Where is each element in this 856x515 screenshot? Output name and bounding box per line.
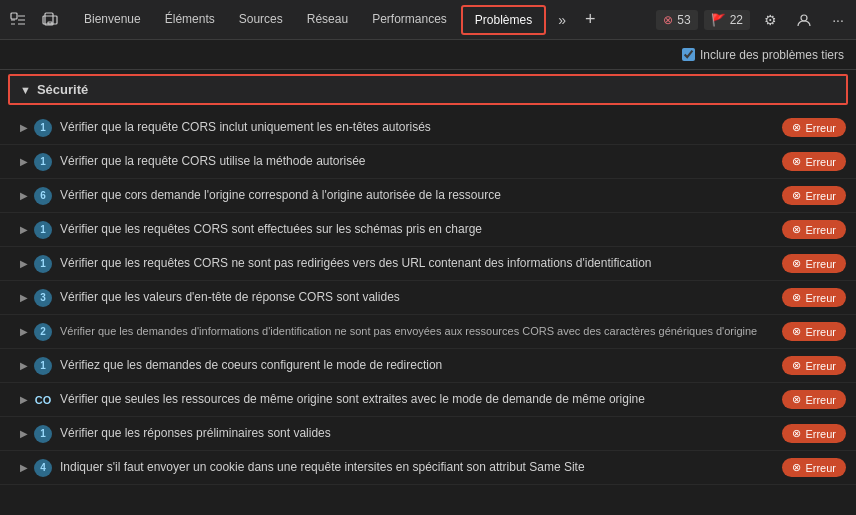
issue-badge: 1 — [34, 425, 52, 443]
include-third-party-text: Inclure des problèmes tiers — [700, 48, 844, 62]
list-item[interactable]: ▶ 4 Indiquer s'il faut envoyer un cookie… — [0, 451, 856, 485]
tab-bienvenue[interactable]: Bienvenue — [72, 0, 153, 40]
expand-icon: ▶ — [20, 224, 28, 235]
error-badge: ⊗ Erreur — [782, 186, 846, 205]
issue-text: Indiquer s'il faut envoyer un cookie dan… — [60, 459, 772, 476]
tab-reseau[interactable]: Réseau — [295, 0, 360, 40]
issue-badge: 1 — [34, 221, 52, 239]
inspect-icon[interactable] — [4, 6, 32, 34]
expand-icon: ▶ — [20, 258, 28, 269]
issue-text: Vérifier que cors demande l'origine corr… — [60, 187, 772, 204]
section-expand-icon: ▼ — [20, 84, 31, 96]
error-circle-icon: ⊗ — [792, 461, 801, 474]
warnings-count: 22 — [730, 13, 743, 27]
error-label: Erreur — [805, 394, 836, 406]
expand-icon: ▶ — [20, 190, 28, 201]
list-item[interactable]: ▶ 1 Vérifiez que les demandes de coeurs … — [0, 349, 856, 383]
tab-problemes[interactable]: Problèmes — [461, 5, 546, 35]
list-item[interactable]: ▶ 2 Vérifier que les demandes d'informat… — [0, 315, 856, 349]
error-circle-icon: ⊗ — [792, 325, 801, 338]
error-label: Erreur — [805, 224, 836, 236]
error-badge: ⊗ Erreur — [782, 152, 846, 171]
error-circle-icon: ⊗ — [792, 121, 801, 134]
list-item[interactable]: ▶ 3 Vérifier que les valeurs d'en-tête d… — [0, 281, 856, 315]
profile-icon[interactable] — [790, 6, 818, 34]
issue-text: Vérifier que la requête CORS utilise la … — [60, 153, 772, 170]
content-area: Inclure des problèmes tiers ▼ Sécurité ▶… — [0, 40, 856, 515]
issue-text: Vérifier que les requêtes CORS sont effe… — [60, 221, 772, 238]
error-badge: ⊗ Erreur — [782, 254, 846, 273]
errors-badge[interactable]: ⊗ 53 — [656, 10, 697, 30]
error-badge: ⊗ Erreur — [782, 458, 846, 477]
issue-badge: 1 — [34, 119, 52, 137]
errors-count: 53 — [677, 13, 690, 27]
expand-icon: ▶ — [20, 428, 28, 439]
issue-badge: 1 — [34, 255, 52, 273]
include-third-party-checkbox[interactable] — [682, 48, 695, 61]
include-third-party-label[interactable]: Inclure des problèmes tiers — [682, 48, 844, 62]
issue-text: Vérifier que les demandes d'informations… — [60, 324, 772, 339]
error-circle-icon: ⊗ — [792, 189, 801, 202]
tab-elements[interactable]: Éléments — [153, 0, 227, 40]
device-icon[interactable] — [36, 6, 64, 34]
error-badge: ⊗ Erreur — [782, 390, 846, 409]
list-item[interactable]: ▶ 1 Vérifier que les requêtes CORS ne so… — [0, 247, 856, 281]
error-label: Erreur — [805, 190, 836, 202]
list-item[interactable]: ▶ 6 Vérifier que cors demande l'origine … — [0, 179, 856, 213]
error-circle-icon: ⊗ — [792, 359, 801, 372]
issue-text: Vérifier que les requêtes CORS ne sont p… — [60, 255, 772, 272]
expand-icon: ▶ — [20, 394, 28, 405]
error-badge: ⊗ Erreur — [782, 288, 846, 307]
error-badge: ⊗ Erreur — [782, 356, 846, 375]
error-badge: ⊗ Erreur — [782, 322, 846, 341]
issue-text: Vérifier que la requête CORS inclut uniq… — [60, 119, 772, 136]
issue-badge: 2 — [34, 323, 52, 341]
tab-performances[interactable]: Performances — [360, 0, 459, 40]
tab-sources[interactable]: Sources — [227, 0, 295, 40]
toolbar: Bienvenue Éléments Sources Réseau Perfor… — [0, 0, 856, 40]
issue-badge: 1 — [34, 153, 52, 171]
error-label: Erreur — [805, 428, 836, 440]
more-options-icon[interactable]: ··· — [824, 6, 852, 34]
expand-icon: ▶ — [20, 292, 28, 303]
warning-icon: 🚩 — [711, 13, 726, 27]
section-header[interactable]: ▼ Sécurité — [8, 74, 848, 105]
issue-text: Vérifiez que les demandes de coeurs conf… — [60, 357, 772, 374]
error-label: Erreur — [805, 156, 836, 168]
error-badge: ⊗ Erreur — [782, 424, 846, 443]
issue-badge: 1 — [34, 357, 52, 375]
add-tab-icon[interactable]: + — [576, 6, 604, 34]
options-bar: Inclure des problèmes tiers — [0, 40, 856, 70]
expand-icon: ▶ — [20, 156, 28, 167]
issue-badge: 3 — [34, 289, 52, 307]
list-item[interactable]: ▶ 1 Vérifier que la requête CORS inclut … — [0, 111, 856, 145]
error-label: Erreur — [805, 462, 836, 474]
error-badge: ⊗ Erreur — [782, 118, 846, 137]
error-circle-icon: ⊗ — [792, 427, 801, 440]
nav-tabs: Bienvenue Éléments Sources Réseau Perfor… — [72, 0, 656, 40]
expand-icon: ▶ — [20, 462, 28, 473]
error-label: Erreur — [805, 122, 836, 134]
issue-text: Vérifier que les valeurs d'en-tête de ré… — [60, 289, 772, 306]
more-tabs-icon[interactable]: » — [548, 6, 576, 34]
issue-text: Vérifier que les réponses préliminaires … — [60, 425, 772, 442]
error-label: Erreur — [805, 326, 836, 338]
error-label: Erreur — [805, 292, 836, 304]
list-item[interactable]: ▶ 1 Vérifier que les réponses préliminai… — [0, 417, 856, 451]
toolbar-left-icons — [4, 6, 64, 34]
list-item[interactable]: ▶ CO Vérifier que seules les ressources … — [0, 383, 856, 417]
warnings-badge[interactable]: 🚩 22 — [704, 10, 750, 30]
error-label: Erreur — [805, 258, 836, 270]
svg-point-4 — [801, 15, 807, 21]
error-circle-icon: ⊗ — [792, 393, 801, 406]
error-badge: ⊗ Erreur — [782, 220, 846, 239]
expand-icon: ▶ — [20, 122, 28, 133]
settings-icon[interactable]: ⚙ — [756, 6, 784, 34]
issue-badge: 4 — [34, 459, 52, 477]
error-circle-icon: ⊗ — [792, 223, 801, 236]
expand-icon: ▶ — [20, 326, 28, 337]
error-circle-icon: ⊗ — [792, 155, 801, 168]
list-item[interactable]: ▶ 1 Vérifier que la requête CORS utilise… — [0, 145, 856, 179]
list-item[interactable]: ▶ 1 Vérifier que les requêtes CORS sont … — [0, 213, 856, 247]
toolbar-right: ⊗ 53 🚩 22 ⚙ ··· — [656, 6, 852, 34]
